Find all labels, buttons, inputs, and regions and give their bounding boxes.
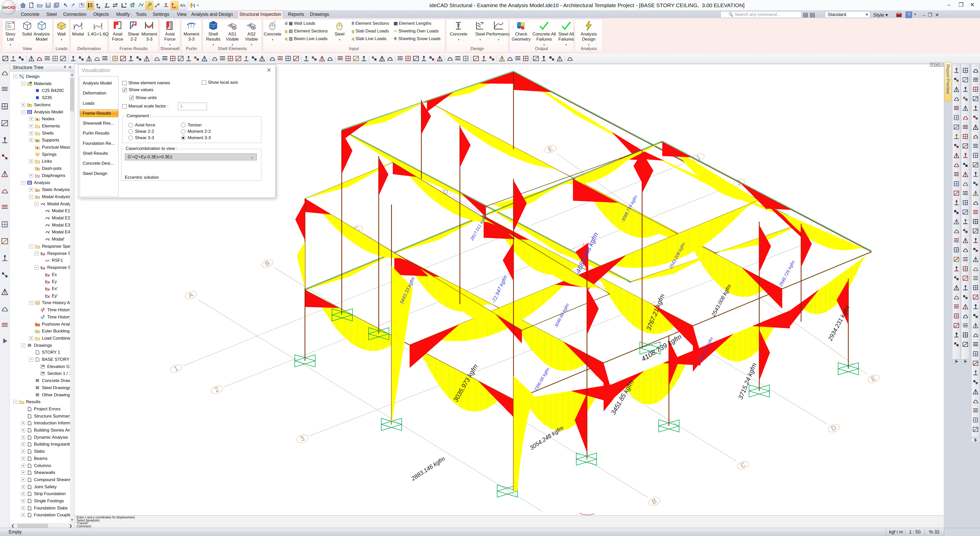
svg-text:3054.248 kgfm: 3054.248 kgfm [528, 425, 565, 451]
svg-text:2543.008 kgfm: 2543.008 kgfm [710, 283, 732, 317]
svg-text:2: 2 [213, 385, 220, 394]
svg-text:2934.231 kgfm: 2934.231 kgfm [827, 305, 851, 342]
svg-text:N: N [935, 63, 938, 67]
svg-text:fct: fct [41, 308, 43, 309]
svg-text:3046.66 kgfm: 3046.66 kgfm [554, 303, 570, 328]
svg-text:2848.726 kgfm: 2848.726 kgfm [778, 260, 796, 287]
svg-text:3715.24 kgfm: 3715.24 kgfm [737, 362, 758, 400]
svg-text:2883.146 kgfm: 2883.146 kgfm [410, 455, 446, 482]
svg-text:T: T [37, 167, 38, 170]
svg-text:T: T [29, 104, 30, 107]
svg-text:1: 1 [695, 153, 702, 161]
svg-text:A/s: A/s [180, 3, 185, 7]
svg-text:1: 1 [172, 364, 180, 373]
svg-text:-72.947 kgfm: -72.947 kgfm [490, 275, 508, 304]
svg-text:3: 3 [299, 434, 306, 442]
